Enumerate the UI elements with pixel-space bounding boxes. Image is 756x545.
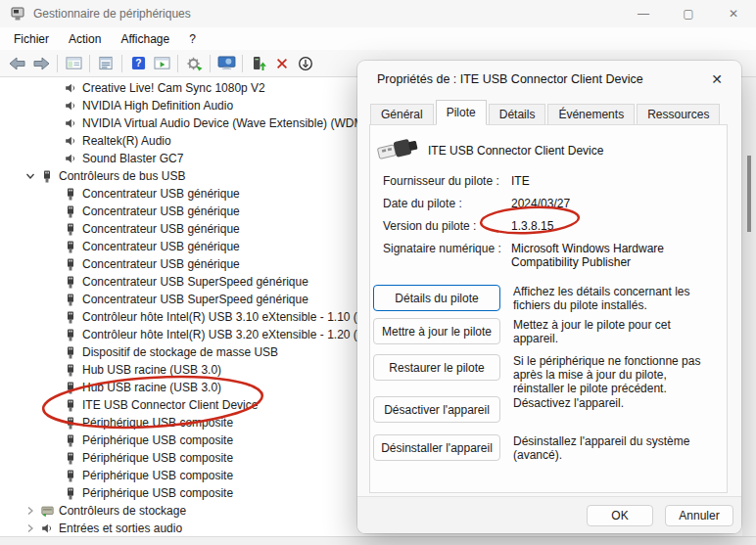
- window-controls: — ▢ ✕: [621, 0, 756, 27]
- tree-item-label: NVIDIA Virtual Audio Device (Wave Extens…: [82, 116, 363, 130]
- usb-plug-icon: [376, 135, 419, 165]
- ok-button[interactable]: OK: [587, 505, 653, 526]
- dialog-title: Propriétés de : ITE USB Connector Client…: [377, 72, 643, 86]
- disable-device-icon[interactable]: [294, 54, 317, 73]
- scan-hardware-icon[interactable]: [182, 54, 206, 73]
- action-description: Désinstallez l'appareil du système (avan…: [513, 434, 718, 462]
- field-value: ITE: [511, 174, 718, 188]
- chevron-down-icon[interactable]: [22, 170, 39, 182]
- menu-item-?[interactable]: ?: [179, 29, 206, 49]
- field-label: Date du pilote :: [383, 197, 511, 210]
- help-icon[interactable]: ?: [126, 54, 150, 73]
- usb-device-icon: [39, 169, 55, 184]
- désactiver-l-appareil-button[interactable]: Désactiver l'appareil: [373, 396, 500, 423]
- action-description: Mettez à jour le pilote pour cet apparei…: [513, 318, 718, 345]
- device-header: ITE USB Connector Client Device: [376, 135, 603, 165]
- usb-device-icon: [63, 433, 78, 448]
- tree-item-label: Concentrateur USB générique: [82, 187, 240, 201]
- driver-field: Version du pilote :1.3.8.15: [383, 219, 718, 233]
- driver-field: Fournisseur du pilote :ITE: [383, 174, 718, 188]
- close-icon[interactable]: ✕: [711, 0, 756, 27]
- driver-action-row: Désactiver l'appareilDésactivez l'appare…: [373, 396, 722, 423]
- driver-action-row: Restaurer le piloteSi le périphérique ne…: [373, 354, 722, 395]
- menu-item-action[interactable]: Action: [59, 29, 111, 49]
- maximize-icon[interactable]: ▢: [666, 0, 711, 27]
- cancel-button[interactable]: Annuler: [665, 505, 733, 526]
- audio-device-icon: [63, 81, 78, 95]
- détails-du-pilote-button[interactable]: Détails du pilote: [373, 285, 500, 311]
- usb-device-icon: [63, 328, 78, 342]
- tree-item-label: Entrées et sorties audio: [59, 522, 182, 535]
- tab-événements[interactable]: Événements: [547, 104, 635, 124]
- window-title: Gestionnaire de périphériques: [33, 7, 191, 21]
- usb-device-icon: [63, 222, 78, 237]
- tree-item-label: ITE USB Connector Client Device: [82, 398, 258, 412]
- show-window-icon[interactable]: [150, 54, 173, 73]
- usb-device-icon: [63, 275, 78, 290]
- update-driver-icon[interactable]: [247, 54, 270, 73]
- svg-text:?: ?: [135, 58, 141, 68]
- menu-bar: FichierActionAffichage?: [0, 27, 756, 51]
- désinstaller-l-appareil-button[interactable]: Désinstaller l'appareil: [373, 434, 500, 461]
- audio-device-icon: [63, 152, 78, 165]
- tree-item-label: Concentrateur USB SuperSpeed générique: [82, 275, 308, 289]
- chevron-right-icon[interactable]: [22, 522, 39, 534]
- device-manager-window: Gestionnaire de périphériques — ▢ ✕ Fich…: [0, 0, 756, 545]
- dialog-tabs: GénéralPiloteDétailsÉvénementsRessources: [370, 104, 722, 124]
- field-value: 1.3.8.15: [511, 219, 718, 233]
- mettre-à-jour-le-pilote-button[interactable]: Mettre à jour le pilote: [373, 318, 500, 344]
- driver-action-row: Détails du piloteAffichez les détails co…: [373, 285, 722, 312]
- console-tree-icon[interactable]: [62, 54, 85, 73]
- audio-device-icon: [63, 116, 78, 130]
- menu-item-affichage[interactable]: Affichage: [111, 29, 179, 49]
- tree-item-label: Contrôleurs de bus USB: [59, 169, 185, 183]
- toolbar-separator: [121, 55, 122, 72]
- tree-item-label: Périphérique USB composite: [82, 486, 233, 500]
- field-label: Fournisseur du pilote :: [383, 174, 511, 188]
- action-description: Si le périphérique ne fonctionne pas apr…: [513, 354, 718, 395]
- tree-item-label: Realtek(R) Audio: [82, 134, 171, 148]
- properties-icon[interactable]: [94, 54, 118, 73]
- driver-action-rows: Détails du piloteAffichez les détails co…: [373, 285, 722, 462]
- toolbar-separator: [89, 55, 90, 72]
- tree-scrollbar[interactable]: [742, 77, 756, 536]
- field-value: 2024/03/27: [511, 197, 718, 210]
- tab-ressources[interactable]: Ressources: [637, 104, 720, 124]
- tree-item-label: Périphérique USB composite: [82, 451, 233, 465]
- action-description: Désactivez l'appareil.: [513, 396, 718, 410]
- audio-device-icon: [39, 522, 55, 535]
- toolbar-separator: [242, 55, 243, 72]
- scrollbar-thumb[interactable]: [747, 156, 751, 232]
- tree-item-label: Concentrateur USB SuperSpeed générique: [82, 293, 308, 306]
- tree-item-label: Périphérique USB composite: [82, 433, 233, 447]
- chevron-right-icon[interactable]: [22, 505, 39, 517]
- tab-général[interactable]: Général: [370, 104, 434, 124]
- field-value: Microsoft Windows Hardware Compatibility…: [511, 242, 718, 269]
- restaurer-le-pilote-button[interactable]: Restaurer le pilote: [373, 354, 500, 381]
- tree-item-label: Périphérique USB composite: [82, 469, 233, 482]
- menu-item-fichier[interactable]: Fichier: [4, 29, 59, 49]
- toolbar-separator: [210, 55, 211, 72]
- tab-pilote[interactable]: Pilote: [436, 100, 487, 125]
- minimize-icon[interactable]: —: [621, 0, 666, 27]
- device-manager-icon: [10, 6, 25, 22]
- driver-info-fields: Fournisseur du pilote :ITEDate du pilote…: [383, 174, 718, 278]
- usb-device-icon: [63, 416, 78, 431]
- tree-item-label: Contrôleurs de stockage: [59, 504, 186, 518]
- forward-icon[interactable]: [29, 54, 53, 73]
- uninstall-icon[interactable]: [270, 54, 294, 73]
- usb-device-icon: [63, 363, 78, 378]
- audio-device-icon: [63, 99, 78, 113]
- tab-détails[interactable]: Détails: [489, 104, 546, 124]
- back-icon[interactable]: [6, 54, 29, 73]
- tree-item-label: Hub USB racine (USB 3.0): [82, 381, 221, 394]
- driver-field: Signataire numérique :Microsoft Windows …: [383, 242, 718, 269]
- remote-monitor-icon[interactable]: [214, 54, 238, 73]
- properties-dialog: Propriétés de : ITE USB Connector Client…: [357, 61, 741, 533]
- usb-device-icon: [63, 469, 78, 483]
- tree-item-label: Sound Blaster GC7: [82, 152, 183, 165]
- tree-item-label: Contrôleur hôte Intel(R) USB 3.10 eXtens…: [82, 310, 369, 324]
- usb-device-icon: [63, 240, 78, 254]
- tree-item-label: Concentrateur USB générique: [82, 204, 240, 218]
- dialog-close-icon[interactable]: ✕: [702, 67, 732, 92]
